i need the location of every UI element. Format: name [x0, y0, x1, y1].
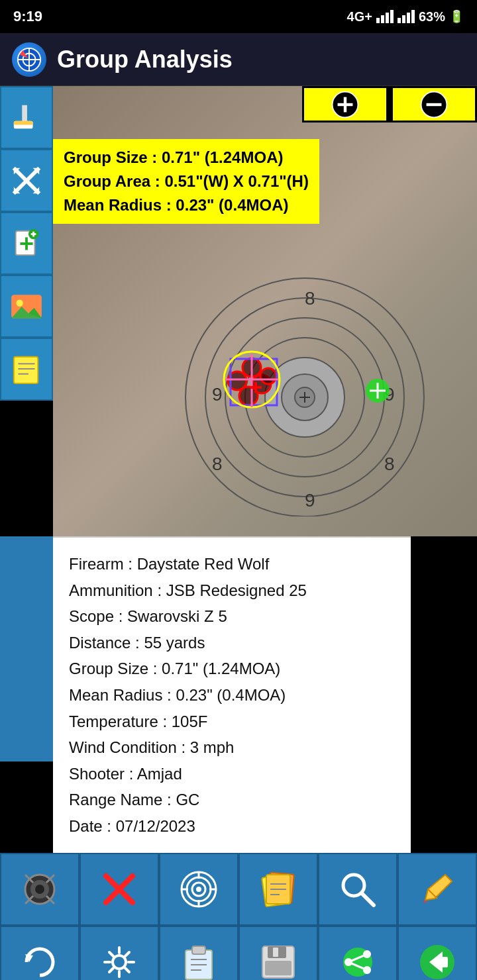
clipboard-icon — [179, 942, 219, 980]
edit-pencil-icon — [417, 869, 457, 909]
btn-back[interactable] — [398, 926, 477, 980]
svg-point-74 — [196, 887, 201, 892]
status-bar: 9:19 4G+ 63% 🔋 — [0, 0, 477, 33]
add-file-icon — [11, 228, 42, 260]
left-panel-lower — [0, 536, 53, 761]
sticky-notes-icon — [258, 869, 298, 909]
btn-save[interactable] — [238, 926, 318, 980]
page-title: Group Analysis — [57, 46, 233, 74]
svg-point-52 — [260, 368, 276, 384]
stat-group-area: Group Area : 0.51"(W) X 0.71"(H) — [64, 170, 309, 193]
minus-icon — [419, 90, 449, 119]
info-shooter: Shooter : Amjad — [69, 761, 395, 787]
back-arrow-icon — [417, 942, 457, 980]
plus-icon — [331, 90, 360, 119]
save-icon — [258, 942, 298, 980]
delete-icon — [99, 869, 139, 909]
toolbar-row-2 — [0, 926, 477, 980]
btn-search[interactable] — [318, 853, 398, 926]
status-right: 4G+ 63% 🔋 — [347, 9, 464, 24]
info-distance: Distance : 55 yards — [69, 630, 395, 656]
toolbar-btn-notes[interactable] — [0, 338, 53, 401]
stat-group-size: Group Size : 0.71" (1.24MOA) — [64, 146, 309, 170]
zoom-out-button[interactable] — [391, 86, 477, 122]
status-time: 9:19 — [13, 8, 42, 25]
svg-rect-6 — [22, 105, 27, 122]
share-icon — [338, 942, 378, 980]
search-icon — [338, 869, 378, 909]
battery-icon: 🔋 — [449, 9, 464, 24]
cross-arrows-icon — [11, 165, 42, 197]
toolbar-btn-cross[interactable] — [0, 149, 53, 212]
svg-marker-87 — [425, 875, 452, 900]
stat-mean-radius: Mean Radius : 0.23" (0.4MOA) — [64, 193, 309, 217]
stats-overlay: Group Size : 0.71" (1.24MOA) Group Area … — [53, 139, 319, 224]
svg-text:9: 9 — [305, 490, 315, 511]
info-mean-radius: Mean Radius : 0.23" (0.4MOA) — [69, 682, 395, 709]
btn-bullet-settings[interactable] — [0, 853, 80, 926]
toolbar-row-1 — [0, 853, 477, 926]
svg-rect-118 — [440, 957, 448, 967]
svg-text:8: 8 — [384, 454, 395, 474]
svg-point-92 — [113, 956, 126, 969]
svg-rect-108 — [265, 961, 292, 975]
target-area: Group Size : 0.71" (1.24MOA) Group Area … — [53, 86, 477, 536]
btn-edit[interactable] — [398, 853, 477, 926]
svg-text:8: 8 — [305, 288, 315, 309]
bottom-toolbars — [0, 853, 477, 980]
info-wind: Wind Condition : 3 mph — [69, 734, 395, 761]
target-visual: 9 9 8 8 9 8 — [86, 252, 477, 536]
left-toolbar — [0, 86, 53, 401]
notes-icon — [11, 354, 42, 385]
svg-line-99 — [125, 952, 129, 956]
toolbar-btn-gallery[interactable] — [0, 275, 53, 338]
svg-point-64 — [35, 885, 44, 894]
signal-bars-2 — [398, 10, 415, 23]
btn-target[interactable] — [159, 853, 238, 926]
target-svg: 9 9 8 8 9 8 — [139, 265, 470, 516]
btn-notes[interactable] — [238, 853, 318, 926]
info-group-size: Group Size : 0.71" (1.24MOA) — [69, 656, 395, 682]
svg-rect-102 — [192, 946, 205, 954]
refresh-icon — [20, 942, 60, 980]
info-ammunition: Ammunition : JSB Redesigned 25 — [69, 577, 395, 604]
btn-clipboard[interactable] — [159, 926, 238, 980]
btn-refresh[interactable] — [0, 926, 80, 980]
gear-icon — [99, 942, 139, 980]
bullet-icon — [20, 869, 60, 909]
svg-line-97 — [109, 952, 113, 956]
btn-share[interactable] — [318, 926, 398, 980]
toolbar-btn-add[interactable] — [0, 212, 53, 275]
svg-line-98 — [125, 968, 129, 972]
target-icon — [179, 869, 219, 909]
zoom-buttons — [302, 86, 477, 122]
info-range: Range Name : GC — [69, 787, 395, 813]
btn-gear[interactable] — [80, 926, 159, 980]
info-date: Date : 07/12/2023 — [69, 813, 395, 840]
signal-bars — [376, 10, 394, 23]
svg-rect-24 — [14, 356, 38, 383]
zoom-in-button[interactable] — [302, 86, 388, 122]
info-scope: Scope : Swarovski Z 5 — [69, 603, 395, 630]
toolbar-btn-brush[interactable] — [0, 86, 53, 149]
app-header: Group Analysis — [0, 33, 477, 86]
info-panel: Firearm : Daystate Red Wolf Ammunition :… — [53, 536, 411, 853]
svg-text:8: 8 — [212, 454, 223, 474]
svg-rect-7 — [14, 121, 33, 124]
content-wrapper: Group Size : 0.71" (1.24MOA) Group Area … — [0, 86, 477, 853]
svg-rect-109 — [273, 948, 278, 957]
svg-point-21 — [16, 299, 23, 306]
app-logo-icon — [17, 47, 42, 72]
info-temperature: Temperature : 105F — [69, 709, 395, 735]
info-firearm: Firearm : Daystate Red Wolf — [69, 551, 395, 577]
signal-type: 4G+ — [347, 9, 372, 24]
app-logo — [12, 42, 46, 77]
svg-text:9: 9 — [212, 384, 223, 405]
svg-line-86 — [362, 893, 374, 905]
svg-line-100 — [109, 968, 113, 972]
brush-icon — [11, 102, 42, 134]
btn-delete[interactable] — [80, 853, 159, 926]
gallery-icon — [9, 289, 44, 324]
battery-percent: 63% — [419, 9, 445, 24]
